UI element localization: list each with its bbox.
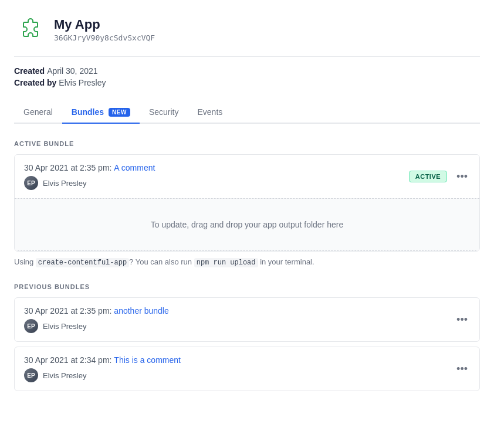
active-bundle-title: ACTIVE BUNDLE: [14, 140, 480, 147]
created-label: Created: [14, 66, 45, 76]
tab-bundles-badge: NEW: [109, 108, 130, 117]
prev-bundle-card-0: 30 Apr 2021 at 2:35 pm: another bundle E…: [14, 297, 480, 342]
app-id: 36GKJryV90y8cSdvSxcVQF: [54, 33, 155, 42]
active-bundle-actions: ACTIVE •••: [409, 170, 470, 183]
created-value: April 30, 2021: [47, 66, 97, 76]
tab-events[interactable]: Events: [188, 101, 232, 124]
tab-bundles-label: Bundles: [72, 107, 104, 117]
terminal-package: create-contentful-app: [36, 258, 129, 267]
created-row: Created April 30, 2021: [14, 66, 480, 76]
meta-block: Created April 30, 2021 Created by Elvis …: [14, 66, 480, 87]
prev-bundle-more-button-1[interactable]: •••: [454, 362, 470, 375]
terminal-note: Using create-contentful-app? You can als…: [14, 257, 480, 267]
drop-zone-text: To update, drag and drop your app output…: [151, 220, 343, 229]
prev-bundle-avatar-1: EP: [24, 368, 38, 382]
tabs-bar: General Bundles NEW Security Events: [14, 101, 480, 124]
prev-bundle-author-row-0: EP Elvis Presley: [24, 319, 169, 333]
prev-avatar-image-0: EP: [24, 319, 38, 333]
prev-bundle-card-1: 30 Apr 2021 at 2:34 pm: This is a commen…: [14, 347, 480, 391]
tab-bundles[interactable]: Bundles NEW: [62, 101, 140, 124]
prev-bundle-author-1: Elvis Presley: [43, 371, 86, 380]
prev-bundle-timestamp-0: 30 Apr 2021 at 2:35 pm: another bundle: [24, 306, 169, 315]
avatar-image: EP: [24, 176, 38, 190]
prev-bundle-more-button-0[interactable]: •••: [454, 313, 470, 326]
tab-security[interactable]: Security: [140, 101, 188, 124]
previous-bundles-section: PREVIOUS BUNDLES 30 Apr 2021 at 2:35 pm:…: [14, 283, 480, 391]
tab-security-label: Security: [149, 107, 179, 117]
created-by-label: Created by: [14, 78, 56, 87]
app-title-block: My App 36GKJryV90y8cSdvSxcVQF: [54, 17, 155, 42]
previous-bundles-title: PREVIOUS BUNDLES: [14, 283, 480, 290]
terminal-prefix: Using: [14, 257, 36, 266]
terminal-command: npm run upload: [194, 258, 258, 267]
prev-bundle-author-0: Elvis Presley: [43, 322, 86, 331]
prev-bundle-author-row-1: EP Elvis Presley: [24, 368, 181, 382]
active-bundle-header: 30 Apr 2021 at 2:35 pm: A comment EP Elv…: [15, 155, 479, 198]
active-bundle-author-row: EP Elvis Presley: [24, 176, 155, 190]
tab-general-label: General: [23, 107, 53, 117]
active-bundle-comment: A comment: [114, 163, 155, 172]
created-by-value: Elvis Presley: [59, 78, 106, 87]
prev-avatar-image-1: EP: [24, 368, 38, 382]
active-bundle-author-name: Elvis Presley: [43, 179, 86, 188]
active-bundle-card: 30 Apr 2021 at 2:35 pm: A comment EP Elv…: [14, 154, 480, 252]
prev-bundle-info-0: 30 Apr 2021 at 2:35 pm: another bundle E…: [24, 306, 169, 333]
app-name: My App: [54, 17, 155, 32]
active-bundle-timestamp: 30 Apr 2021 at 2:35 pm: A comment: [24, 163, 155, 172]
app-icon: [14, 14, 45, 45]
prev-bundle-info-1: 30 Apr 2021 at 2:34 pm: This is a commen…: [24, 355, 181, 382]
terminal-suffix: in your terminal.: [258, 257, 314, 266]
header-divider: [14, 56, 480, 57]
prev-bundle-comment-1: This is a comment: [114, 355, 181, 365]
active-bundle-info: 30 Apr 2021 at 2:35 pm: A comment EP Elv…: [24, 163, 155, 190]
drop-zone[interactable]: To update, drag and drop your app output…: [15, 198, 479, 251]
created-by-row: Created by Elvis Presley: [14, 78, 480, 87]
active-bundle-more-button[interactable]: •••: [454, 170, 470, 183]
terminal-middle: ? You can also run: [129, 257, 194, 266]
prev-bundle-avatar-0: EP: [24, 319, 38, 333]
active-bundle-avatar: EP: [24, 176, 38, 190]
prev-bundle-comment-0: another bundle: [114, 306, 168, 315]
active-status-badge: ACTIVE: [409, 171, 447, 182]
tab-general[interactable]: General: [14, 101, 62, 124]
app-header: My App 36GKJryV90y8cSdvSxcVQF: [14, 14, 480, 45]
tab-events-label: Events: [197, 107, 222, 117]
prev-bundle-timestamp-1: 30 Apr 2021 at 2:34 pm: This is a commen…: [24, 355, 181, 365]
